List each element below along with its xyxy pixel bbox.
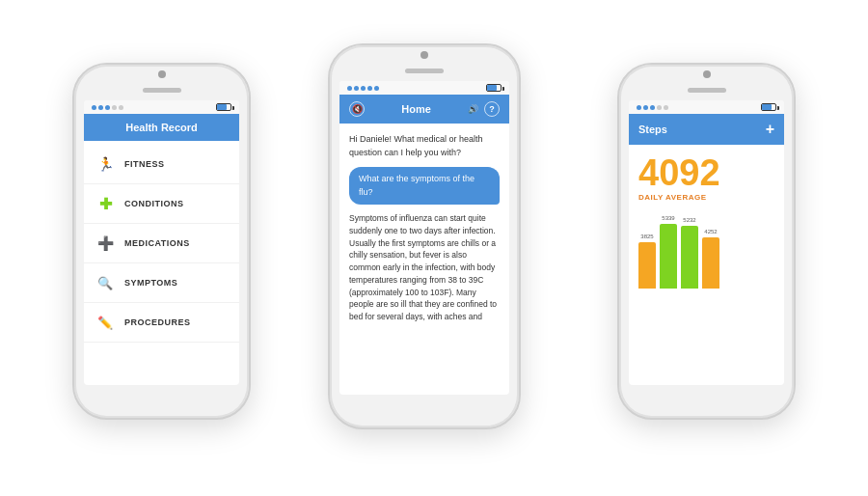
fitness-label: FITNESS — [124, 159, 165, 169]
phone-left: Health Record 🏃 FITNESS ✚ CONDITIONS ➕ M… — [72, 63, 251, 420]
steps-header: Steps + — [629, 114, 784, 145]
chat-body: Hi Daniele! What medical or health quest… — [339, 124, 509, 333]
dot-empty — [112, 105, 117, 110]
bar-group-4: 4252 — [702, 229, 719, 289]
chat-header-right-icons: 🔊 ? — [468, 101, 500, 117]
bar-4 — [702, 237, 719, 289]
steps-body: 4092 DAILY AVERAGE 3825 5339 5232 — [629, 145, 784, 298]
steps-count: 4092 — [638, 154, 774, 191]
battery-left — [216, 103, 231, 111]
bar-2 — [660, 224, 677, 289]
camera-right — [703, 70, 711, 78]
steps-chart: 3825 5339 5232 4252 — [638, 211, 774, 289]
chat-greeting: Hi Daniele! What medical or health quest… — [349, 133, 500, 159]
mute-icon[interactable]: 🔇 — [349, 101, 365, 117]
screen-center: 🔇 Home 🔊 ? Hi Daniele! What medical or h… — [339, 81, 509, 395]
camera-left — [158, 70, 166, 78]
medications-icon: ➕ — [95, 234, 115, 253]
bar-3 — [681, 226, 698, 289]
speaker-right — [688, 88, 726, 93]
add-steps-button[interactable]: + — [766, 121, 774, 138]
speaker-left — [143, 88, 181, 93]
fitness-icon: 🏃 — [95, 154, 115, 174]
medications-label: MEDICATIONS — [124, 238, 190, 248]
health-record-header: Health Record — [84, 114, 239, 141]
chat-header-left-icons: 🔇 — [349, 101, 365, 117]
dot-empty2 — [119, 105, 123, 110]
phone-center: 🔇 Home 🔊 ? Hi Daniele! What medical or h… — [328, 43, 521, 429]
camera-center — [420, 51, 428, 59]
procedures-label: PROCEDURES — [124, 317, 191, 327]
menu-item-conditions[interactable]: ✚ CONDITIONS — [84, 184, 239, 224]
speaker-center — [405, 69, 444, 73]
menu-item-symptoms[interactable]: 🔍 SYMPTOMS — [84, 263, 239, 303]
menu-item-fitness[interactable]: 🏃 FITNESS — [84, 145, 239, 184]
user-message: What are the symptoms of the flu? — [349, 167, 500, 205]
signal-dots-right — [637, 105, 668, 110]
dot-empty4 — [664, 105, 668, 110]
menu-item-procedures[interactable]: ✏️ PROCEDURES — [84, 303, 239, 343]
battery-center — [486, 84, 502, 92]
bar-group-1: 3825 — [638, 234, 656, 289]
speaker-icon[interactable]: 🔊 — [468, 104, 478, 114]
screen-left: Health Record 🏃 FITNESS ✚ CONDITIONS ➕ M… — [84, 100, 239, 385]
conditions-label: CONDITIONS — [124, 199, 184, 208]
status-bar-right — [629, 100, 784, 114]
bar-1 — [638, 242, 656, 289]
chat-header-title: Home — [365, 103, 468, 115]
steps-title: Steps — [638, 124, 667, 135]
symptoms-icon: 🔍 — [95, 273, 115, 292]
symptoms-label: SYMPTOMS — [124, 278, 177, 288]
battery-right — [761, 103, 776, 111]
menu-list: 🏃 FITNESS ✚ CONDITIONS ➕ MEDICATIONS 🔍 S… — [84, 141, 239, 346]
help-icon[interactable]: ? — [484, 101, 500, 117]
signal-dots-center — [347, 86, 379, 91]
bar-group-3: 5232 — [681, 217, 698, 289]
status-bar-center — [339, 81, 509, 95]
steps-label: DAILY AVERAGE — [638, 193, 774, 202]
bar-group-2: 5339 — [660, 215, 677, 289]
scene: Health Record 🏃 FITNESS ✚ CONDITIONS ➕ M… — [0, 0, 868, 496]
phone-right: Steps + 4092 DAILY AVERAGE 3825 5339 — [617, 63, 796, 420]
signal-dots-left — [92, 105, 123, 110]
menu-item-medications[interactable]: ➕ MEDICATIONS — [84, 224, 239, 263]
status-bar-left — [84, 100, 239, 114]
screen-right: Steps + 4092 DAILY AVERAGE 3825 5339 — [629, 100, 784, 385]
procedures-icon: ✏️ — [95, 313, 115, 332]
dot-empty3 — [657, 105, 662, 110]
conditions-icon: ✚ — [95, 194, 115, 213]
chat-response: Symptoms of influenza can start quite su… — [349, 212, 500, 323]
chat-header: 🔇 Home 🔊 ? — [339, 95, 509, 124]
